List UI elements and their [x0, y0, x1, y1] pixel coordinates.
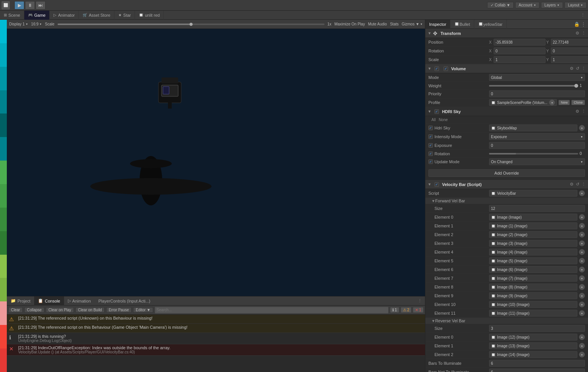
- profile-clone-btn[interactable]: Clone: [571, 100, 585, 105]
- volume-checkbox[interactable]: ✓: [434, 66, 439, 71]
- tab-animation[interactable]: ▷ Animation: [64, 296, 95, 306]
- hdri-checkbox[interactable]: ✓: [434, 109, 439, 114]
- hdri-sky-section-header[interactable]: ▼ ✓ HDRI Sky ⚙ ⋮: [425, 107, 588, 116]
- exposure-input[interactable]: [489, 142, 585, 149]
- rotation-x-input[interactable]: [494, 47, 546, 54]
- play-button[interactable]: ▶: [14, 1, 24, 9]
- clear-button[interactable]: Clear: [8, 307, 23, 313]
- weight-slider-thumb[interactable]: [574, 84, 578, 88]
- forward-element-0-circle[interactable]: ●: [579, 214, 585, 220]
- collab-button[interactable]: ✓ Collab ▼: [487, 2, 514, 8]
- tab-console[interactable]: 📋 Console: [34, 296, 64, 306]
- forward-element-10-circle[interactable]: ●: [579, 301, 585, 307]
- velocity-settings-icon[interactable]: ⚙: [570, 182, 574, 187]
- mute-audio-btn[interactable]: Mute Audio: [368, 22, 387, 26]
- intensity-checkbox[interactable]: ✓: [428, 134, 433, 139]
- forward-element-4-circle[interactable]: ●: [579, 249, 585, 255]
- velocity-reset-icon[interactable]: ↺: [576, 182, 579, 187]
- forward-element-1-circle[interactable]: ●: [579, 223, 585, 229]
- velocity-bar-section-header[interactable]: ▼ ✓ Velocity Bar (Script) ⚙ ↺ ⋮: [425, 180, 588, 189]
- tab-game[interactable]: 🎮 Game: [24, 11, 50, 20]
- stats-btn[interactable]: Stats: [390, 22, 399, 26]
- log-entry-1[interactable]: ⚠ [21:31:29] The referenced script on th…: [7, 324, 425, 333]
- aspect-selector[interactable]: 16:9: [31, 22, 42, 26]
- transform-more-icon[interactable]: ⋮: [582, 31, 586, 36]
- volume-more-icon[interactable]: ⋮: [582, 66, 586, 71]
- add-override-button[interactable]: Add Override: [428, 169, 585, 177]
- hdri-more-icon[interactable]: ⋮: [582, 109, 586, 114]
- forward-element-6-circle[interactable]: ●: [579, 266, 585, 273]
- intensity-dropdown[interactable]: Exposure: [489, 133, 585, 140]
- gizmos-btn[interactable]: Gizmos ▼: [401, 22, 423, 26]
- forward-element-11-circle[interactable]: ●: [579, 310, 585, 316]
- reverse-vel-bar-header[interactable]: ▼ Reverse Vel Bar: [425, 318, 588, 324]
- account-button[interactable]: Account: [515, 2, 539, 8]
- hdri-sky-checkbox[interactable]: ✓: [428, 126, 433, 130]
- forward-element-9-circle[interactable]: ●: [579, 293, 585, 299]
- weight-slider[interactable]: [489, 85, 578, 87]
- scale-y-input[interactable]: [551, 56, 588, 63]
- tab-star[interactable]: ★ Star: [114, 11, 135, 20]
- hdri-sky-circle-btn[interactable]: ●: [579, 125, 585, 131]
- insp-tab-bullet[interactable]: 🔲 Bullet: [450, 20, 474, 29]
- layout-button[interactable]: Layout: [564, 2, 586, 8]
- display-selector[interactable]: Display 1: [9, 22, 28, 26]
- tab-project[interactable]: 📁 Project: [7, 296, 34, 306]
- hdri-settings-icon[interactable]: ⚙: [575, 109, 579, 114]
- forward-element-2-circle[interactable]: ●: [579, 232, 585, 238]
- tab-unlit-red[interactable]: 🔲 unlit red: [135, 11, 164, 20]
- volume-settings-icon[interactable]: ⚙: [570, 66, 574, 71]
- update-checkbox[interactable]: ✓: [428, 159, 433, 164]
- rotation-y-input[interactable]: [551, 47, 588, 54]
- tab-animator[interactable]: ▷ Animator: [50, 11, 79, 20]
- log-entry-0[interactable]: ⚠ [21:31:29] The referenced script (Unkn…: [7, 315, 425, 324]
- forward-element-7-circle[interactable]: ●: [579, 275, 585, 281]
- maximize-on-play-btn[interactable]: Maximize On Play: [334, 22, 365, 26]
- console-search-input[interactable]: [155, 307, 389, 314]
- reverse-element-0-circle[interactable]: ●: [579, 334, 585, 340]
- exposure-checkbox[interactable]: ✓: [428, 143, 433, 148]
- mode-dropdown[interactable]: Global: [489, 74, 585, 81]
- reverse-element-2-circle[interactable]: ●: [579, 352, 585, 358]
- tab-player-controls[interactable]: PlayerControls (Input Acti...): [95, 296, 154, 306]
- scale-x-input[interactable]: [494, 56, 546, 63]
- profile-circle-btn[interactable]: ●: [549, 99, 555, 106]
- profile-new-btn[interactable]: New: [558, 100, 570, 105]
- rotation-hdri-checkbox[interactable]: ✓: [428, 151, 433, 156]
- pause-button[interactable]: ⏸: [25, 1, 35, 9]
- position-x-input[interactable]: [494, 39, 546, 46]
- forward-size-input[interactable]: [489, 205, 585, 212]
- collapse-button[interactable]: Collapse: [24, 307, 44, 313]
- layers-button[interactable]: Layers: [541, 2, 563, 8]
- volume-section-header[interactable]: ▼ ✓ ✓ Volume ⚙ ↺ ⋮: [425, 64, 588, 73]
- forward-element-5-circle[interactable]: ●: [579, 258, 585, 264]
- transform-section-header[interactable]: ▼ ✥ Transform ⚙ ⋮: [425, 29, 588, 38]
- console-tabs-more[interactable]: ⋮: [415, 298, 425, 303]
- forward-element-3-circle[interactable]: ●: [579, 240, 585, 246]
- script-circle-btn[interactable]: ●: [579, 190, 585, 196]
- tabs-more-button[interactable]: ⋮: [578, 13, 588, 17]
- error-pause-button[interactable]: Error Pause: [106, 307, 132, 313]
- clear-on-play-button[interactable]: Clear on Play: [46, 307, 74, 313]
- clear-on-build-button[interactable]: Clear on Build: [75, 307, 105, 313]
- velocity-checkbox[interactable]: ✓: [434, 182, 439, 187]
- step-button[interactable]: ⏭: [36, 1, 45, 9]
- priority-input[interactable]: [489, 90, 585, 97]
- lock-icon[interactable]: 🔒: [574, 22, 580, 27]
- tab-scene[interactable]: ⊞ Scene: [0, 11, 24, 20]
- bars-illuminate-input[interactable]: [489, 360, 585, 367]
- position-y-input[interactable]: [551, 39, 588, 46]
- update-dropdown[interactable]: On Changed: [489, 158, 585, 165]
- reverse-element-1-circle[interactable]: ●: [579, 343, 585, 349]
- tab-asset-store[interactable]: 🛒 Asset Store: [79, 11, 114, 20]
- volume-reset-icon[interactable]: ↺: [576, 66, 579, 71]
- reverse-size-input[interactable]: [489, 325, 585, 332]
- log-entry-2[interactable]: ℹ [21:31:29] is this running? UnityEngin…: [7, 333, 425, 344]
- forward-element-8-circle[interactable]: ●: [579, 284, 585, 290]
- insp-tab-inspector[interactable]: Inspector: [425, 20, 450, 29]
- editor-dropdown-button[interactable]: Editor ▼: [133, 307, 153, 313]
- volume-checkbox2[interactable]: ✓: [444, 66, 448, 71]
- velocity-more-icon[interactable]: ⋮: [582, 182, 586, 187]
- rotation-slider[interactable]: [489, 153, 578, 154]
- log-entry-3[interactable]: ✕ [21:31:29] IndexOutOfRangeException: I…: [7, 344, 425, 356]
